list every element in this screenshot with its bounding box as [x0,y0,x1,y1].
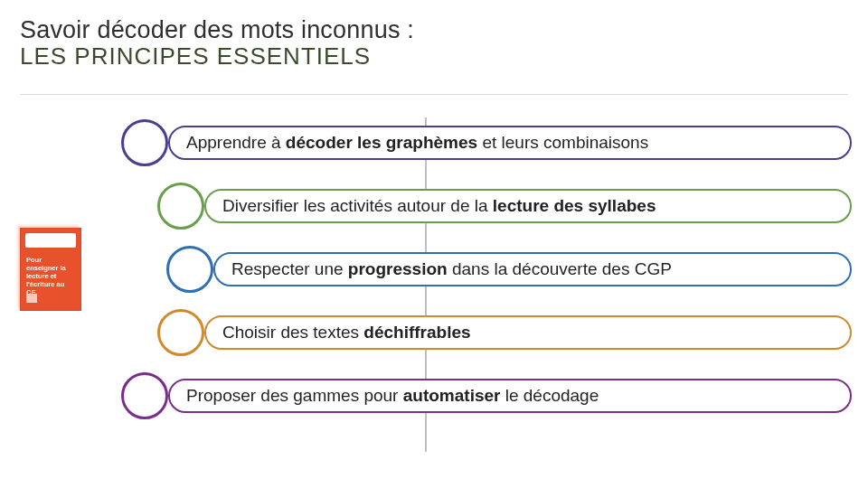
divider [20,94,848,95]
book-title: Pour enseigner la lecture et l'écriture … [26,256,75,296]
slide-subtitle: LES PRINCIPES ESSENTIELS [20,42,848,70]
book-header-strip [25,233,76,248]
bubble-icon [121,372,168,419]
principle-text-1: Apprendre à décoder les graphèmes et leu… [168,126,852,160]
bubble-icon [157,309,204,356]
principle-text-2: Diversifier les activités autour de la l… [204,189,852,223]
principle-row-3: Respecter une progression dans la découv… [213,247,852,292]
diagram: Apprendre à décoder les graphèmes et leu… [0,104,868,488]
bubble-icon [166,246,213,293]
slide-title: Savoir décoder des mots inconnus : [20,16,848,44]
principle-text-5: Proposer des gammes pour automatiser le … [168,379,852,413]
principle-row-1: Apprendre à décoder les graphèmes et leu… [168,120,852,165]
bubble-icon [121,119,168,166]
principle-row-5: Proposer des gammes pour automatiser le … [168,373,852,418]
principle-row-4: Choisir des textes déchiffrables [204,310,852,355]
slide: Savoir décoder des mots inconnus : LES P… [0,0,868,488]
principle-text-3: Respecter une progression dans la découv… [213,252,852,286]
book-cover: Pour enseigner la lecture et l'écriture … [20,228,81,311]
book-mark-icon [26,294,37,303]
principle-row-2: Diversifier les activités autour de la l… [204,183,852,229]
principle-text-4: Choisir des textes déchiffrables [204,315,852,350]
bubble-icon [157,183,204,230]
